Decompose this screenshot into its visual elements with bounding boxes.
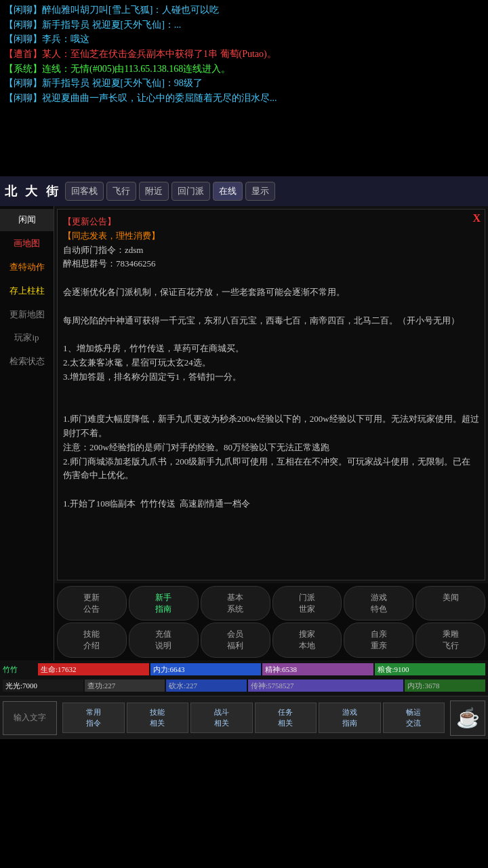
action-btn-0[interactable]: 常用 指令 (62, 703, 125, 733)
status-bars: 竹竹 生命:17632内力:6643精神:6538粮食:9100 光光:7000… (0, 660, 488, 696)
menu-item-9[interactable]: 搜家 本地 (272, 623, 342, 658)
sidebar-item-4[interactable]: 更新地图 (0, 304, 54, 326)
status-bar2-1: 查功:227 (85, 679, 165, 692)
chat-line-6: 【闲聊】祝迎夏曲曲一声长叹，让心中的委屈随着无尽的泪水尽... (4, 91, 484, 106)
action-bar: 输入文字 常用 指令技能 相关战斗 相关任务 相关游戏 指南畅运 交流 ☕ (0, 696, 488, 739)
menu-item-5[interactable]: 美闻 (415, 586, 485, 621)
chat-line-5: 【闲聊】新手指导员 祝迎夏[天外飞仙]：98级了 (4, 76, 484, 91)
input-label: 输入文字 (14, 712, 46, 724)
action-btn-1[interactable]: 技能 相关 (127, 703, 189, 733)
status-bar-2: 精神:6538 (262, 663, 373, 675)
chat-line-3: 【遭首】某人：至仙芝在伏击金兵副本中获得了1串 葡萄(Putao)。 (4, 47, 484, 62)
chat-line-2: 【闲聊】李兵：哦这 (4, 32, 484, 47)
action-btn-5[interactable]: 畅运 交流 (383, 703, 445, 733)
menu-item-6[interactable]: 技能 介绍 (57, 623, 127, 658)
announce-subtitle: 【同志发表，理性消费】 (63, 231, 160, 241)
status-row-2: 光光:7000查功:227砍水:227传神:5758527内功:3678 (3, 678, 485, 693)
menu-item-11[interactable]: 乘雕 飞行 (415, 623, 485, 658)
nav-bar: 北 大 街 回客栈飞行附近回门派在线显示 (0, 176, 488, 206)
sidebar-item-3[interactable]: 存上柱柱 (0, 280, 54, 302)
player-name: 竹竹 (3, 665, 37, 675)
main-area: 闲闻画地图查特动作存上柱柱更新地图玩家ip检索状态 X 【更新公告】 【同志发表… (0, 206, 488, 660)
menu-item-4[interactable]: 游戏 特色 (344, 586, 413, 621)
menu-item-10[interactable]: 自亲 重亲 (344, 623, 413, 658)
action-btn-4[interactable]: 游戏 指南 (319, 703, 381, 733)
status-bar2-3: 传神:5758527 (248, 679, 403, 692)
sidebar-item-6[interactable]: 检索状态 (0, 351, 54, 373)
menu-item-7[interactable]: 充值 说明 (129, 623, 199, 658)
nav-btn-在线[interactable]: 在线 (213, 182, 243, 201)
nav-title: 北 大 街 (3, 183, 62, 199)
text-input-area[interactable]: 输入文字 (3, 701, 57, 735)
status-bar2-2: 砍水:227 (166, 679, 247, 692)
status-bar2-0: 光光:7000 (3, 679, 83, 692)
main-panel: X 【更新公告】 【同志发表，理性消费】 自动师门指令：zdsm 醉相思群号：7… (54, 206, 488, 660)
cup-icon: ☕ (456, 707, 480, 729)
announce-body: 自动师门指令：zdsm 醉相思群号：783466256 会逐渐优化各门派机制，保… (63, 245, 479, 509)
status-bar-1: 内力:6643 (150, 663, 262, 675)
nav-btn-飞行[interactable]: 飞行 (106, 182, 136, 201)
announcement: X 【更新公告】 【同志发表，理性消费】 自动师门指令：zdsm 醉相思群号：7… (57, 209, 485, 580)
action-btn-3[interactable]: 任务 相关 (255, 703, 317, 733)
bottom-menu-grid: 更新 公告新手 指南基本 系统门派 世家游戏 特色美闻技能 介绍充值 说明会员 … (54, 583, 488, 660)
status-bar-3: 粮食:9100 (375, 663, 486, 675)
menu-item-1[interactable]: 新手 指南 (129, 586, 199, 621)
sidebar-item-1[interactable]: 画地图 (0, 233, 54, 255)
chat-line-4: 【系统】连线：无情(#005)由113.65.138.168连线进入。 (4, 62, 484, 77)
announce-title: 【更新公告】 (63, 216, 116, 226)
sidebar-item-0[interactable]: 闲闻 (0, 209, 54, 231)
chat-log: 【闲聊】醉仙雅叫胡刀叫[雪上飞狐]：人碰也可以吃【闲聊】新手指导员 祝迎夏[天外… (0, 0, 488, 176)
nav-btn-附近[interactable]: 附近 (139, 182, 169, 201)
status-bar2-4: 内功:3678 (405, 679, 485, 692)
sidebar-item-2[interactable]: 查特动作 (0, 256, 54, 279)
chat-line-0: 【闲聊】醉仙雅叫胡刀叫[雪上飞狐]：人碰也可以吃 (4, 3, 484, 18)
chat-line-1: 【闲聊】新手指导员 祝迎夏[天外飞仙]：... (4, 18, 484, 33)
left-sidebar: 闲闻画地图查特动作存上柱柱更新地图玩家ip检索状态 (0, 206, 54, 660)
status-bar-0: 生命:17632 (38, 663, 149, 675)
nav-btn-回门派[interactable]: 回门派 (171, 182, 210, 201)
cup-icon-button[interactable]: ☕ (450, 701, 485, 736)
menu-item-2[interactable]: 基本 系统 (201, 586, 270, 621)
announcement-content: 【更新公告】 【同志发表，理性消费】 自动师门指令：zdsm 醉相思群号：783… (63, 215, 479, 511)
announce-close-button[interactable]: X (472, 212, 481, 224)
nav-btn-回客栈[interactable]: 回客栈 (65, 182, 104, 201)
action-buttons: 常用 指令技能 相关战斗 相关任务 相关游戏 指南畅运 交流 (60, 700, 447, 736)
menu-item-3[interactable]: 门派 世家 (272, 586, 342, 621)
status-row-1: 竹竹 生命:17632内力:6643精神:6538粮食:9100 (3, 662, 485, 677)
nav-btn-显示[interactable]: 显示 (245, 182, 275, 201)
menu-item-8[interactable]: 会员 福利 (201, 623, 270, 658)
menu-item-0[interactable]: 更新 公告 (57, 586, 127, 621)
sidebar-item-5[interactable]: 玩家ip (0, 327, 54, 349)
action-btn-2[interactable]: 战斗 相关 (190, 703, 253, 733)
